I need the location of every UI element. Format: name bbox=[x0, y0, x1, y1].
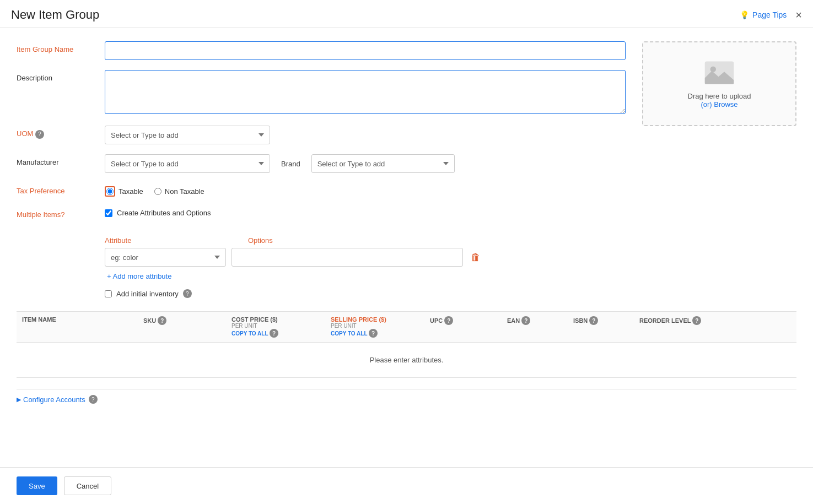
upload-drag-text: Drag here to upload bbox=[688, 92, 751, 100]
cost-copy-all-link[interactable]: COPY TO ALL ? bbox=[231, 329, 320, 338]
add-more-attribute-link[interactable]: + Add more attribute bbox=[105, 272, 171, 280]
table-empty-message: Please enter attributes. bbox=[17, 343, 796, 377]
top-section: Item Group Name Description UOM bbox=[17, 41, 796, 229]
chevron-right-icon: ▶ bbox=[17, 396, 21, 403]
uom-select-wrapper: Select or Type to add bbox=[105, 126, 270, 144]
brand-select-wrapper: Select or Type to add bbox=[311, 154, 455, 173]
attribute-column-label: Attribute bbox=[105, 236, 226, 245]
manufacturer-brand-fields: Select or Type to add Brand Select or Ty… bbox=[105, 154, 626, 173]
uom-label: UOM ? bbox=[17, 126, 105, 139]
attribute-select-wrapper: eg: color bbox=[105, 248, 226, 267]
tax-preference-label: Tax Preference bbox=[17, 183, 105, 195]
footer-buttons: Save Cancel bbox=[0, 467, 813, 504]
cost-per-unit-label: PER UNIT bbox=[231, 323, 320, 329]
item-group-name-row: Item Group Name bbox=[17, 41, 626, 60]
items-table-header: ITEM NAME SKU ? Cost Price ($) PER UNIT … bbox=[17, 312, 796, 343]
uom-select[interactable]: Select or Type to add bbox=[105, 126, 270, 144]
attribute-select[interactable]: eg: color bbox=[105, 248, 226, 267]
item-group-name-input[interactable] bbox=[105, 41, 626, 60]
inventory-help-icon[interactable]: ? bbox=[183, 289, 192, 298]
multiple-items-label: Multiple Items? bbox=[17, 207, 105, 219]
attr-options-section: Attribute Options eg: color 🗑 + Add more… bbox=[105, 236, 796, 280]
upload-browse-link[interactable]: (or) Browse bbox=[701, 100, 737, 109]
manufacturer-select[interactable]: Select or Type to add bbox=[105, 154, 270, 173]
selling-per-unit-label: PER UNIT bbox=[331, 323, 419, 329]
add-inventory-checkbox[interactable] bbox=[105, 290, 112, 297]
non-taxable-radio[interactable] bbox=[154, 188, 161, 195]
taxable-radio-wrapper bbox=[105, 186, 115, 197]
close-button[interactable]: × bbox=[795, 9, 802, 20]
reorder-help-icon[interactable]: ? bbox=[692, 316, 701, 325]
brand-select[interactable]: Select or Type to add bbox=[311, 154, 455, 173]
isbn-help-icon[interactable]: ? bbox=[589, 316, 598, 325]
description-field bbox=[105, 70, 626, 116]
options-input[interactable] bbox=[231, 248, 463, 267]
tax-preference-field: Taxable Non Taxable bbox=[105, 183, 626, 197]
page-tips-button[interactable]: 💡 Page Tips bbox=[740, 10, 787, 19]
configure-section: ▶ Configure Accounts ? bbox=[17, 389, 796, 404]
inventory-row: Add initial inventory ? bbox=[105, 289, 796, 298]
taxable-radio-item[interactable]: Taxable bbox=[105, 186, 143, 197]
th-cost-price: Cost Price ($) PER UNIT COPY TO ALL ? bbox=[226, 316, 325, 338]
description-label: Description bbox=[17, 70, 105, 82]
taxable-label: Taxable bbox=[119, 187, 143, 196]
create-attributes-checkbox[interactable] bbox=[105, 209, 112, 217]
main-content: Item Group Name Description UOM bbox=[0, 28, 813, 467]
cost-copy-help-icon[interactable]: ? bbox=[270, 329, 278, 338]
th-item-name: ITEM NAME bbox=[17, 316, 138, 338]
svg-point-1 bbox=[710, 66, 717, 72]
brand-label: Brand bbox=[281, 160, 300, 168]
description-input[interactable] bbox=[105, 70, 626, 114]
page-title: New Item Group bbox=[11, 8, 99, 22]
tax-preference-row: Tax Preference Taxable Non Ta bbox=[17, 183, 626, 197]
th-selling-price: Selling Price ($) PER UNIT COPY TO ALL ? bbox=[325, 316, 424, 338]
form-section: Item Group Name Description UOM bbox=[17, 41, 626, 229]
create-attributes-checkbox-group: Create Attributes and Options bbox=[105, 207, 626, 217]
options-column-label: Options bbox=[248, 236, 273, 245]
th-upc: UPC ? bbox=[424, 316, 502, 338]
lightbulb-icon: 💡 bbox=[740, 10, 749, 19]
manufacturer-row: Manufacturer Select or Type to add Brand bbox=[17, 154, 626, 173]
manuf-brand-row: Select or Type to add Brand Select or Ty… bbox=[105, 154, 626, 173]
item-group-name-label: Item Group Name bbox=[17, 41, 105, 53]
attr-options-header: Attribute Options bbox=[105, 236, 796, 245]
create-attributes-label: Create Attributes and Options bbox=[117, 209, 211, 217]
th-isbn: ISBN ? bbox=[568, 316, 634, 338]
non-taxable-radio-item[interactable]: Non Taxable bbox=[154, 187, 204, 196]
add-inventory-label: Add initial inventory bbox=[116, 290, 179, 298]
th-ean: EAN ? bbox=[502, 316, 568, 338]
cancel-button[interactable]: Cancel bbox=[64, 476, 111, 495]
th-sku: SKU ? bbox=[138, 316, 226, 338]
selling-copy-all-link[interactable]: COPY TO ALL ? bbox=[331, 329, 419, 338]
item-group-name-field bbox=[105, 41, 626, 60]
uom-row: UOM ? Select or Type to add bbox=[17, 126, 626, 144]
configure-accounts-link[interactable]: ▶ Configure Accounts bbox=[17, 395, 85, 404]
page-header: New Item Group 💡 Page Tips × bbox=[0, 0, 813, 28]
upc-help-icon[interactable]: ? bbox=[444, 316, 453, 325]
ean-help-icon[interactable]: ? bbox=[521, 316, 530, 325]
manufacturer-select-wrapper: Select or Type to add bbox=[105, 154, 270, 173]
configure-help-icon[interactable]: ? bbox=[89, 395, 98, 404]
manufacturer-label: Manufacturer bbox=[17, 154, 105, 166]
items-table-section: ITEM NAME SKU ? Cost Price ($) PER UNIT … bbox=[17, 311, 796, 378]
sku-help-icon[interactable]: ? bbox=[158, 316, 166, 325]
upload-section: Drag here to upload (or) Browse bbox=[642, 41, 796, 229]
taxable-radio[interactable] bbox=[106, 188, 114, 195]
save-button[interactable]: Save bbox=[17, 476, 57, 495]
multiple-items-field: Create Attributes and Options bbox=[105, 207, 626, 217]
description-row: Description bbox=[17, 70, 626, 116]
multiple-items-row: Multiple Items? Create Attributes and Op… bbox=[17, 207, 626, 219]
delete-attribute-button[interactable]: 🗑 bbox=[469, 252, 483, 263]
non-taxable-label: Non Taxable bbox=[165, 187, 204, 196]
image-placeholder-icon bbox=[703, 59, 736, 86]
uom-help-icon[interactable]: ? bbox=[35, 130, 44, 139]
selling-copy-help-icon[interactable]: ? bbox=[369, 329, 378, 338]
th-reorder-level: REORDER LEVEL ? bbox=[634, 316, 717, 338]
attr-options-row: eg: color 🗑 bbox=[105, 248, 796, 267]
header-right: 💡 Page Tips × bbox=[740, 9, 802, 20]
tax-preference-radio-group: Taxable Non Taxable bbox=[105, 183, 626, 197]
uom-field: Select or Type to add bbox=[105, 126, 626, 144]
upload-area[interactable]: Drag here to upload (or) Browse bbox=[642, 41, 796, 126]
